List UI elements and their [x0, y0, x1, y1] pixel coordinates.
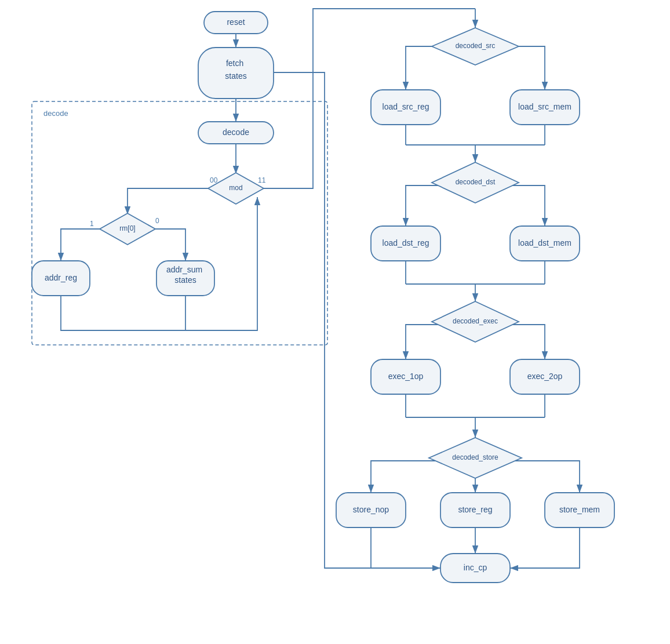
arrow-decodeddst-loaddstmem [504, 185, 545, 226]
store-nop-label: store_nop [353, 505, 389, 514]
decoded-exec-label: decoded_exec [453, 317, 498, 325]
decoded-src-label: decoded_src [456, 42, 496, 50]
rm0-1-label: 1 [90, 220, 94, 228]
store-mem-label: store_mem [559, 505, 600, 514]
inc-cp-label: inc_cp [464, 563, 487, 572]
load-src-reg-label: load_src_reg [383, 102, 429, 111]
decoded-store-label: decoded_store [452, 453, 498, 461]
rm0-0-label: 0 [155, 217, 159, 225]
arrow-decodedexec-exec1op [406, 325, 446, 359]
mod-00-label: 00 [210, 176, 218, 184]
rm0-label: rm[0] [119, 224, 135, 232]
line-storemem-incp [516, 527, 580, 568]
addr-reg-label: addr_reg [45, 273, 77, 282]
mod-11-label: 11 [258, 176, 266, 184]
arrow-mod-rm0 [128, 188, 214, 214]
mod-label: mod [229, 184, 242, 192]
load-dst-mem-label: load_dst_mem [518, 238, 571, 248]
arrow-rm0-addrsum [142, 229, 185, 261]
arrow-decodedsrc-loadsrcmem [504, 46, 545, 90]
arrow-decodedsrc-loadsrcreg [406, 46, 446, 90]
line-mod-11 [257, 9, 475, 188]
exec-2op-label: exec_2op [527, 372, 563, 381]
load-src-mem-label: load_src_mem [518, 102, 571, 111]
load-dst-reg-label: load_dst_reg [383, 238, 429, 248]
decode-region-box [32, 101, 327, 345]
arrow-decodeddst-loaddstreg [406, 185, 446, 226]
line-addrreg-bottom [61, 296, 185, 330]
arrow-decodedstore-storemem [513, 461, 580, 493]
reset-label: reset [227, 17, 245, 27]
flowchart-diagram: decode reset fetch states decode mod 00 … [0, 0, 670, 644]
store-reg-label: store_reg [458, 505, 492, 514]
decoded-dst-label: decoded_dst [456, 178, 496, 186]
arrow-rm0-addrreg [61, 229, 113, 261]
arrow-decodedstore-storenop [371, 461, 438, 493]
arrow-decodedexec-exec2op [504, 325, 545, 359]
decode-region-label: decode [43, 109, 68, 118]
decode-label-node: decode [223, 128, 249, 137]
line-storenop-incp [371, 527, 435, 568]
exec-1op-label: exec_1op [388, 372, 424, 381]
